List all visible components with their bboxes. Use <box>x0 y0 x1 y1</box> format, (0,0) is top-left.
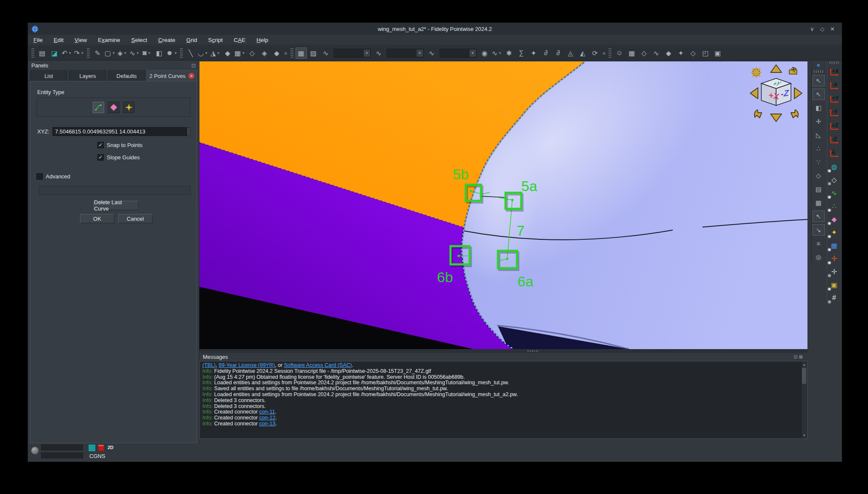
recalculate-icon[interactable]: ⟳ <box>589 47 601 59</box>
close-panel-icon[interactable]: ⊠ <box>799 354 804 359</box>
node-settings-icon[interactable]: ✱ <box>503 47 515 59</box>
messages-log[interactable]: (TBL), 99-Year License (99YR), or Softwa… <box>199 361 807 439</box>
triangle-plus-icon[interactable]: ◬ <box>565 47 576 59</box>
stacked-mesh-icon[interactable]: ▦ <box>813 197 825 208</box>
diamond-outline-icon[interactable]: ◇ <box>813 170 825 181</box>
advanced-input[interactable] <box>39 186 191 195</box>
star-spacing-icon[interactable]: ✦ <box>528 47 539 59</box>
log-link[interactable]: con-13 <box>259 421 275 427</box>
nodes-up-icon[interactable]: ∴ <box>813 143 825 154</box>
toolbar-grip[interactable] <box>829 61 839 64</box>
connector-dimension-icon[interactable]: ∿ <box>320 47 332 59</box>
connector-distribute-icon[interactable]: ∿ <box>426 47 437 59</box>
spacing-point-button[interactable] <box>123 102 135 113</box>
toolbar-grip[interactable] <box>608 48 611 58</box>
rotate-left-arrow[interactable] <box>750 88 758 99</box>
menu-help[interactable]: Help <box>251 35 274 45</box>
globe-eye-toggle[interactable]: ◍◉ <box>828 161 840 172</box>
block-3d-icon[interactable]: ▦ <box>626 47 637 59</box>
checkbox-icon[interactable]: ✓ <box>97 142 104 148</box>
save-icon[interactable]: ▤ <box>36 47 48 59</box>
menu-select[interactable]: Select <box>126 35 153 45</box>
panel-dock-icon[interactable]: ⊡ <box>191 63 196 69</box>
select-plus-cursor-icon[interactable]: ↖ <box>813 75 825 86</box>
hash-hide-toggle[interactable]: #⊗ <box>828 292 840 303</box>
curve-display-icon[interactable]: ∿▼ <box>129 47 140 59</box>
toolbar-grip[interactable] <box>180 48 183 58</box>
pan-icon[interactable]: ✛ <box>813 116 825 127</box>
projector-icon[interactable]: ◺ <box>813 129 825 141</box>
undo-icon[interactable]: ↶▼ <box>61 47 72 59</box>
log-link[interactable]: con-12 <box>259 415 275 421</box>
dimension-combo[interactable]: ▼ <box>334 49 371 58</box>
xyz-spinner[interactable] <box>187 127 191 136</box>
sum-table-icon[interactable]: ∑ <box>516 47 527 59</box>
db-surface-eye-toggle[interactable]: ◆◉ <box>828 214 840 225</box>
surface-mesh-icon[interactable]: ◈ <box>259 47 270 59</box>
ghost-display-icon[interactable]: ☻▼ <box>166 47 178 59</box>
log-link[interactable]: con-11 <box>259 409 275 415</box>
title-bar[interactable]: wing_mesh_tut_a2* - Fidelity Pointwise 2… <box>28 23 842 35</box>
toolbar-grip[interactable] <box>31 48 34 58</box>
menu-examine[interactable]: Examine <box>92 35 126 45</box>
partial-derivative-2-icon[interactable]: ∂ <box>553 47 564 59</box>
3d-viewport[interactable]: 5b5a6b6a7 <box>199 61 807 349</box>
minimize-button[interactable]: ∨ <box>807 23 817 35</box>
maximize-button[interactable]: ◇ <box>817 23 827 35</box>
dock-icon[interactable]: ⊡ <box>794 354 799 359</box>
scrollbar-thumb[interactable] <box>802 368 806 384</box>
menu-grid[interactable]: Grid <box>181 35 203 45</box>
rotate-up-arrow[interactable] <box>771 65 782 72</box>
axes-hide-toggle[interactable]: ✛⊗ <box>828 266 840 277</box>
wireframe-cube-icon[interactable]: ▢▼ <box>104 47 116 59</box>
xyz-input[interactable]: 7.5046815 0.0049632951 14.004413 <box>53 127 187 136</box>
database-surface-button[interactable] <box>108 102 119 113</box>
menu-cae[interactable]: CAE <box>228 35 251 45</box>
ok-button[interactable]: OK <box>80 214 114 223</box>
checkbox-icon[interactable]: ✓ <box>97 154 104 161</box>
check-surface-icon[interactable]: ◇ <box>638 47 650 59</box>
examine-icon[interactable]: ✎ <box>92 47 103 59</box>
combo-dropdown-icon[interactable]: ▼ <box>364 50 370 57</box>
rotate-down-arrow[interactable] <box>771 114 782 122</box>
check-curve-icon[interactable]: ∿ <box>650 47 662 59</box>
toolbar-grip[interactable] <box>814 70 823 73</box>
copy-entities-icon[interactable]: ▣ <box>712 47 723 59</box>
tab-list[interactable]: List <box>30 70 67 81</box>
toolbar-grip[interactable] <box>290 48 293 58</box>
curve-edit-icon[interactable]: ∿▼ <box>491 47 503 59</box>
mesh-surface-icon[interactable]: ◈▼ <box>116 47 128 59</box>
view-cube-widget[interactable]: +X -Z +Y <box>744 61 807 125</box>
redo-icon[interactable]: ↷▼ <box>73 47 85 59</box>
tab-defaults[interactable]: Defaults <box>108 70 145 81</box>
axes-eye-toggle[interactable]: ✛◉ <box>828 253 840 264</box>
select-minus-cursor-icon[interactable]: ↖ <box>813 89 825 100</box>
scroll-up-arrow[interactable]: ▲ <box>802 362 807 367</box>
zoom-search-icon[interactable]: ◎ <box>813 251 825 263</box>
view-nhat-button[interactable]: n̂ <box>828 147 841 159</box>
log-link[interactable]: Software Access Card (SAC) <box>284 362 352 368</box>
surface-tools-icon[interactable]: ◆ <box>271 47 282 59</box>
cursor-gear-icon[interactable]: ↘ <box>813 224 825 236</box>
cancel-button[interactable]: Cancel <box>118 214 152 223</box>
points-eye-toggle[interactable]: ∴◉ <box>828 200 840 211</box>
overflow-chevron-icon[interactable]: » <box>603 50 606 56</box>
log-link[interactable]: (TBL) <box>202 362 216 368</box>
create-line-icon[interactable]: ╲ <box>185 47 196 59</box>
rotate-right-arrow[interactable] <box>794 88 802 99</box>
toolbar-grip[interactable] <box>87 48 90 58</box>
layers-copy-icon[interactable]: ≡ <box>813 238 825 249</box>
open-file-icon[interactable]: ◪ <box>49 47 60 59</box>
checkbox-slope-guides[interactable]: ✓Slope Guides <box>97 154 140 161</box>
overflow-chevron-icon[interactable]: » <box>284 50 287 56</box>
distribution-combo[interactable]: ▼ <box>440 49 477 58</box>
palette-icon[interactable]: ◙▼ <box>141 47 152 59</box>
tab-layers[interactable]: Layers <box>69 70 106 81</box>
layout-icon[interactable]: ◧ <box>153 47 165 59</box>
triangle-minus-icon[interactable]: ◭ <box>577 47 589 59</box>
close-button[interactable]: ✕ <box>827 23 838 35</box>
spacing-combo[interactable]: ▼ <box>387 49 424 58</box>
log-link[interactable]: 99-Year License (99YR) <box>218 362 275 368</box>
viewport-splitter[interactable] <box>199 349 807 353</box>
partial-derivative-icon[interactable]: ∂ <box>540 47 552 59</box>
